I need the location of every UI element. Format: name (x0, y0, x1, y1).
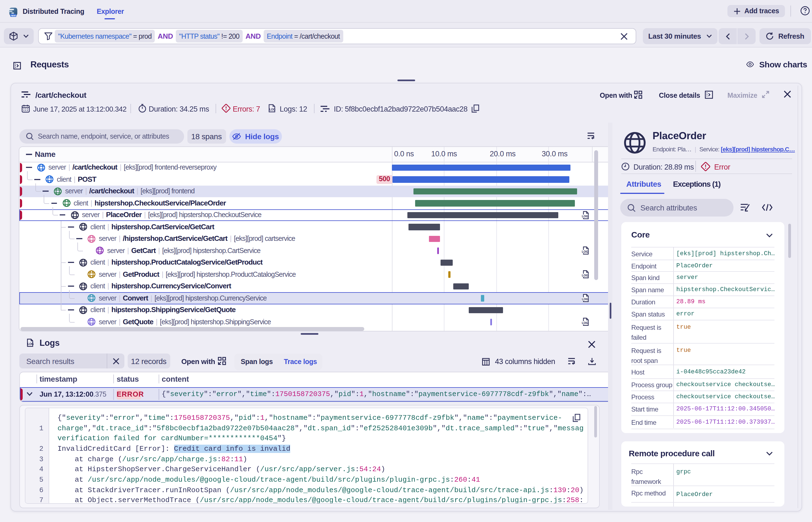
svg-text:LOG: LOG (269, 108, 275, 111)
svg-text:LOG: LOG (582, 321, 588, 324)
svg-text:LOG: LOG (582, 298, 588, 301)
svg-text:LOG: LOG (582, 250, 588, 253)
svg-text:LOG: LOG (582, 274, 588, 277)
svg-text:NEW: NEW (11, 14, 16, 17)
svg-text:LOG: LOG (27, 342, 34, 345)
svg-text:LOG: LOG (582, 214, 588, 218)
